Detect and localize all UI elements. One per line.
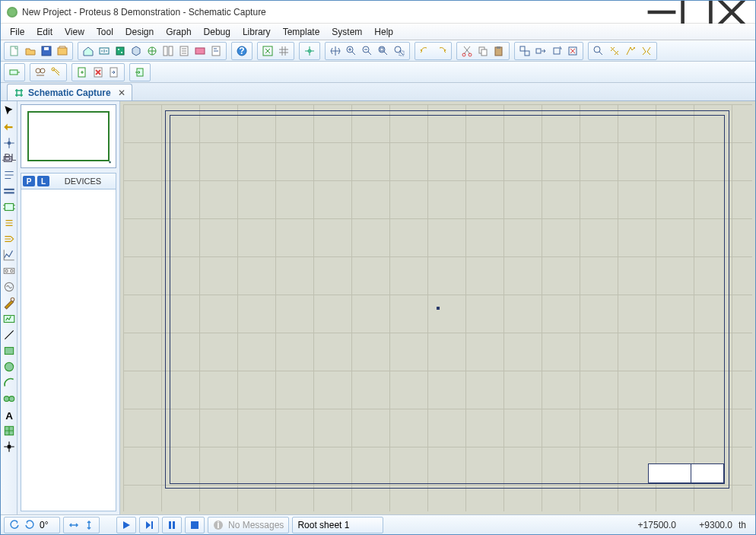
- source-icon[interactable]: [209, 44, 223, 58]
- cut-icon[interactable]: [460, 44, 474, 58]
- flip-horizontal-icon[interactable]: [68, 520, 79, 530]
- tape-tool-icon[interactable]: [2, 264, 16, 278]
- new-file-icon[interactable]: [8, 44, 21, 58]
- box-tool-icon[interactable]: [2, 344, 16, 358]
- block-delete-icon[interactable]: [566, 44, 580, 58]
- zoom-in-icon[interactable]: [345, 44, 358, 58]
- play-icon[interactable]: [122, 521, 131, 530]
- home-icon[interactable]: [81, 44, 95, 58]
- flip-vertical-icon[interactable]: [84, 520, 94, 530]
- svg-text:i: i: [217, 520, 219, 530]
- overview-panel[interactable]: ▪: [21, 104, 116, 168]
- svg-rect-63: [151, 521, 153, 529]
- delete-sheet-icon[interactable]: [91, 65, 105, 79]
- grid-icon[interactable]: [277, 44, 291, 58]
- schematic-icon[interactable]: [97, 44, 111, 58]
- zoom-out-icon[interactable]: [361, 44, 374, 58]
- decompose-icon[interactable]: [640, 44, 653, 58]
- block-move-icon[interactable]: [534, 44, 548, 58]
- svg-text:LBL: LBL: [2, 152, 16, 163]
- circle-tool-icon[interactable]: [2, 360, 16, 374]
- sheet-label[interactable]: Root sheet 1: [297, 520, 349, 530]
- goto-sheet-icon[interactable]: [107, 65, 121, 79]
- menu-help[interactable]: Help: [368, 25, 399, 39]
- gerber-icon[interactable]: [145, 44, 159, 58]
- make-device-icon[interactable]: [608, 44, 621, 58]
- pick-icon[interactable]: [592, 44, 605, 58]
- pan-icon[interactable]: [329, 44, 342, 58]
- pause-icon[interactable]: [167, 521, 176, 530]
- save-icon[interactable]: [40, 44, 53, 58]
- wire-label-tool-icon[interactable]: LBL: [2, 152, 16, 166]
- path-tool-icon[interactable]: [2, 392, 16, 406]
- symbol-tool-icon[interactable]: [2, 424, 16, 438]
- subcircuit-tool-icon[interactable]: [2, 200, 16, 214]
- help-icon[interactable]: ?: [235, 44, 249, 58]
- vsm-icon[interactable]: [193, 44, 207, 58]
- arc-tool-icon[interactable]: [2, 376, 16, 390]
- devices-label: DEVICES: [52, 177, 114, 186]
- open-file-icon[interactable]: [24, 44, 37, 58]
- origin-icon[interactable]: [303, 44, 316, 58]
- pcb-icon[interactable]: [113, 44, 127, 58]
- device-pin-tool-icon[interactable]: [2, 232, 16, 246]
- menu-design[interactable]: Design: [119, 25, 160, 39]
- text-script-tool-icon[interactable]: [2, 168, 16, 182]
- redo-icon[interactable]: [434, 44, 448, 58]
- menu-edit[interactable]: Edit: [30, 25, 59, 39]
- menu-library[interactable]: Library: [237, 25, 277, 39]
- paste-icon[interactable]: [492, 44, 506, 58]
- tab-schematic-capture[interactable]: Schematic Capture ✕: [7, 84, 132, 100]
- selection-tool-icon[interactable]: [2, 104, 16, 118]
- exit-sheet-icon[interactable]: [133, 65, 147, 79]
- line-tool-icon[interactable]: [2, 328, 16, 342]
- menu-graph[interactable]: Graph: [160, 25, 197, 39]
- close-icon[interactable]: [56, 44, 69, 58]
- stop-icon[interactable]: [190, 521, 199, 530]
- terminal-tool-icon[interactable]: [2, 216, 16, 230]
- text-tool-icon[interactable]: A: [2, 408, 16, 422]
- schematic-canvas[interactable]: [120, 101, 755, 514]
- pick-device-button[interactable]: P: [23, 176, 35, 186]
- block-copy-icon[interactable]: [518, 44, 532, 58]
- packaging-icon[interactable]: [624, 44, 637, 58]
- menu-file[interactable]: File: [4, 25, 30, 39]
- block-rotate-icon[interactable]: [550, 44, 564, 58]
- minimize-button[interactable]: [644, 1, 679, 24]
- 3d-icon[interactable]: [129, 44, 143, 58]
- marker-tool-icon[interactable]: [2, 440, 16, 454]
- instrument-tool-icon[interactable]: [2, 312, 16, 326]
- menu-view[interactable]: View: [59, 25, 91, 39]
- maximize-button[interactable]: [679, 1, 714, 24]
- rotate-cw-icon[interactable]: [24, 520, 35, 530]
- tab-close-icon[interactable]: ✕: [118, 88, 125, 98]
- wire-label-icon[interactable]: [8, 65, 21, 79]
- zoom-area-icon[interactable]: [392, 44, 406, 58]
- device-list[interactable]: [21, 189, 116, 511]
- bus-tool-icon[interactable]: [2, 184, 16, 198]
- step-icon[interactable]: [145, 521, 154, 530]
- messages-label[interactable]: No Messages: [228, 520, 284, 530]
- menu-tool[interactable]: Tool: [91, 25, 119, 39]
- graph-tool-icon[interactable]: [2, 248, 16, 262]
- find-icon[interactable]: [33, 65, 47, 79]
- bom-icon[interactable]: [177, 44, 191, 58]
- menu-debug[interactable]: Debug: [198, 25, 237, 39]
- junction-tool-icon[interactable]: [2, 136, 16, 150]
- zoom-all-icon[interactable]: [376, 44, 390, 58]
- generator-tool-icon[interactable]: [2, 280, 16, 294]
- property-tool-icon[interactable]: [49, 65, 63, 79]
- copy-icon[interactable]: [476, 44, 490, 58]
- voltage-probe-tool-icon[interactable]: [2, 296, 16, 310]
- menu-system[interactable]: System: [326, 25, 368, 39]
- svg-point-37: [634, 47, 635, 49]
- library-button[interactable]: L: [37, 176, 49, 186]
- redraw-icon[interactable]: [261, 44, 275, 58]
- new-sheet-icon[interactable]: [75, 65, 89, 79]
- rotate-ccw-icon[interactable]: [9, 520, 20, 530]
- design-explorer-icon[interactable]: [161, 44, 175, 58]
- undo-icon[interactable]: [418, 44, 432, 58]
- component-tool-icon[interactable]: [2, 120, 16, 134]
- menu-template[interactable]: Template: [277, 25, 326, 39]
- close-button[interactable]: [714, 1, 749, 24]
